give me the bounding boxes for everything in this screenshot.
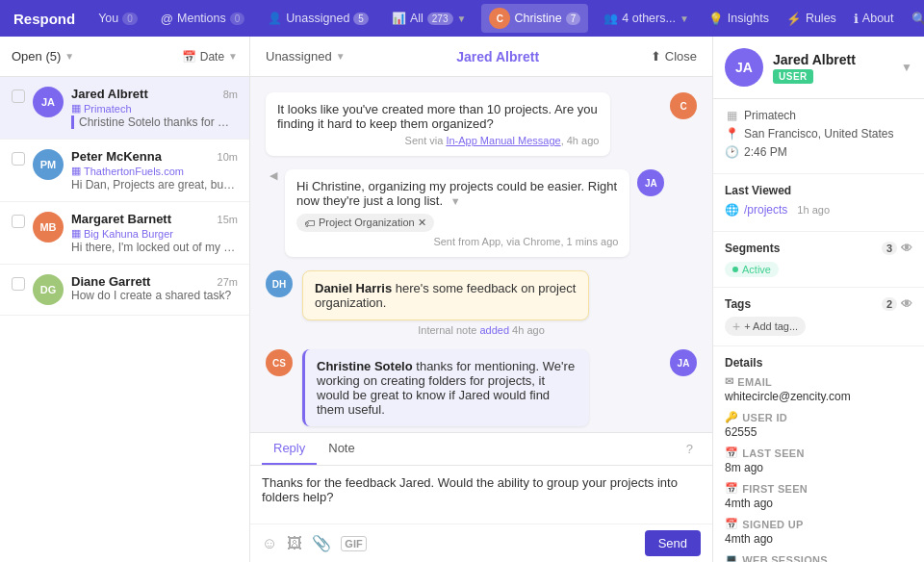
first-seen-icon: 📅 [725,482,738,495]
nav-search-btn[interactable]: 🔍 [904,8,924,30]
christine-badge: 7 [566,13,581,25]
rules-icon: ⚡ [786,12,802,26]
mid-filter-chevron-icon: ▼ [336,51,346,62]
conv-company-peter: ▦ ThathertonFuels.com [71,165,238,177]
left-panel-header: Open (5) ▼ 📅 Date ▼ [0,37,249,77]
conv-checkbox-margaret[interactable] [12,215,25,228]
tags-eye-icon: 👁 [901,297,912,311]
reply-area: Reply Note ? Thanks for the feedback Jar… [250,432,712,562]
open-conversations-title[interactable]: Open (5) ▼ [12,49,74,64]
user-id-icon: 🔑 [725,411,738,423]
last-viewed-time: 1h ago [797,204,830,216]
user-badge: USER [773,69,813,84]
right-panel-chevron-icon[interactable]: ▼ [901,61,912,74]
mid-filter-dropdown[interactable]: Unassigned ▼ [266,49,346,64]
mid-close-btn[interactable]: ⬆ Close [651,49,697,64]
clock-icon: 🕑 [725,145,738,159]
conv-avatar-diane: DG [33,274,64,305]
right-tags-section: Tags 2 👁 + + Add tag... [713,288,924,346]
nav-item-mentions[interactable]: @ Mentions 0 [153,8,253,30]
conv-checkbox-jared[interactable] [12,89,25,103]
last-viewed-path: /projects [744,203,787,217]
last-seen-value: 8m ago [725,461,912,474]
msg-bubble-1: It looks like you've created more than 1… [266,92,610,156]
conv-company-jared: ▦ Primatech [71,102,238,115]
nav-item-all[interactable]: 📊 All 273 ▼ [384,8,475,29]
emoji-icon[interactable]: ☺ [262,535,277,552]
conv-item-margaret[interactable]: MB Margaret Barnett 15m ▦ Big Kahuna Bur… [0,202,249,265]
nav-item-about[interactable]: ℹ About [846,8,902,30]
user-id-value: 62555 [725,425,912,439]
msg-avatar-1: C [670,92,697,119]
nav-item-you[interactable]: You 0 [90,8,145,29]
conv-company-margaret: ▦ Big Kahuna Burger [71,227,238,240]
details-section-title: Details [725,356,912,370]
dropdown-arrow-icon[interactable]: ▼ [450,195,461,207]
reply-input[interactable]: Thanks for the feedback Jared. Would the… [250,466,712,524]
email-value: whitecircle@zencity.com [725,390,912,403]
note-label-3: Internal note added 4h ago [302,324,660,336]
expand-arrow-icon[interactable]: ◀ [270,169,277,182]
image-icon[interactable]: 🖼 [287,535,302,552]
gif-icon[interactable]: GIF [341,536,366,551]
web-sessions-icon: 💻 [725,553,738,562]
conversation-list: JA Jared Albrett 8m ▦ Primatech Christin… [0,77,249,562]
conv-body-diane: Diane Garrett 27m How do I create a shar… [71,274,238,302]
location-icon: 📍 [725,127,738,140]
right-location: San Francisco, United States [744,127,893,140]
conv-name-jared: Jared Albrett [71,87,148,101]
active-dot [732,267,738,272]
conv-preview-margaret: Hi there, I'm locked out of my account 😟… [71,241,238,254]
msg-avatar-4-right: JA [670,349,697,376]
conv-preview-jared: Christine Sotelo thanks for mentioning. … [71,115,238,129]
conv-time-jared: 8m [223,89,238,100]
add-tag-btn[interactable]: + + Add tag... [725,317,806,336]
tab-note[interactable]: Note [317,433,366,465]
nav-item-insights[interactable]: 💡 Insights [701,8,777,30]
right-company: Primatech [744,109,796,122]
first-seen-value: 4mth ago [725,497,912,510]
reply-help-btn[interactable]: ? [679,433,701,465]
conv-item-jared[interactable]: JA Jared Albrett 8m ▦ Primatech Christin… [0,77,249,140]
last-seen-icon: 📅 [725,447,738,459]
nav-item-unassigned[interactable]: 👤 Unassigned 5 [260,8,376,29]
conv-item-peter[interactable]: PM Peter McKenna 10m ▦ ThathertonFuels.c… [0,140,249,202]
conv-name-margaret: Margaret Barnett [71,212,171,226]
right-user-details-section: ▦ Primatech 📍 San Francisco, United Stat… [713,99,924,174]
signed-up-label: 📅 SIGNED UP [725,518,912,530]
about-icon: ℹ [854,12,859,26]
date-sort-btn[interactable]: 📅 Date ▼ [182,50,238,64]
nav-item-others[interactable]: 👥 4 others... ▼ [596,8,697,29]
msg-bubble-3: Daniel Harris here's some feedback on pr… [302,270,589,320]
right-time: 2:46 PM [744,145,787,159]
nav-item-christine[interactable]: C Christine 7 [481,4,588,33]
msg-text-1: It looks like you've created more than 1… [277,102,598,131]
download-icon: ⬆ [651,49,661,64]
attachment-icon[interactable]: 📎 [312,534,331,552]
nav-logo: Respond [8,11,81,27]
top-nav: Respond J You 0 @ Mentions 0 👤 Unassigne… [0,0,924,37]
right-company-row: ▦ Primatech [725,109,912,122]
globe-icon: 🌐 [725,203,738,217]
conv-checkbox-diane[interactable] [12,277,25,291]
web-sessions-label: 💻 WEB SESSIONS [725,553,912,562]
tags-count-badge: 2 [882,297,897,311]
msg-avatar-2: JA [637,169,664,196]
company-icon: ▦ [725,109,738,122]
left-panel: Open (5) ▼ 📅 Date ▼ JA Jared Albrett 8m [0,37,250,562]
nav-item-rules[interactable]: ⚡ Rules [779,8,844,30]
conv-preview-peter: Hi Dan, Projects are great, but it would… [71,178,238,192]
msg-sender-4: Christine Sotelo [317,359,416,373]
conv-checkbox-peter[interactable] [12,152,25,166]
msg-bubble-2: Hi Christine, organizing my projects cou… [285,169,629,257]
tag-icon: 🏷 [304,217,315,229]
conv-preview-diane: How do I create a shared task? [71,289,238,302]
conv-item-diane[interactable]: DG Diane Garrett 27m How do I create a s… [0,265,249,316]
email-icon: ✉ [725,375,733,388]
conv-avatar-jared: JA [33,87,64,117]
user-id-label: 🔑 USER ID [725,411,912,423]
send-button[interactable]: Send [645,530,701,556]
mid-conv-title: Jared Albrett [353,49,643,64]
segments-title: Segments 3 👁 [725,242,912,255]
tab-reply[interactable]: Reply [262,433,317,465]
